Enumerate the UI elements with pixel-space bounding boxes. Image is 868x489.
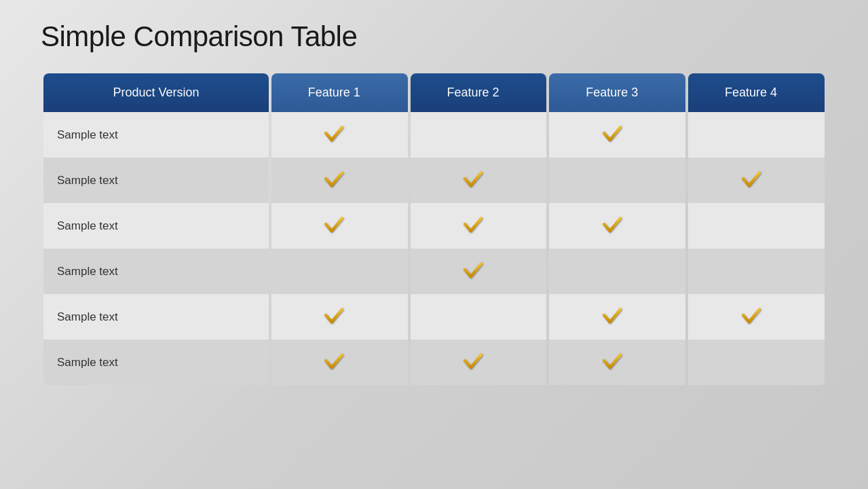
checkmark-icon bbox=[601, 349, 624, 372]
cell-row2-col0 bbox=[271, 203, 408, 249]
cell-row4-col1 bbox=[411, 294, 547, 340]
table-row: Sample text bbox=[43, 340, 825, 385]
cell-row5-col3 bbox=[688, 340, 825, 385]
checkmark-icon bbox=[461, 167, 485, 190]
table-row: Sample text bbox=[43, 158, 825, 203]
checkmark-icon bbox=[740, 167, 763, 190]
cell-row3-col1 bbox=[411, 249, 547, 294]
cell-row1-col2 bbox=[549, 158, 685, 203]
col-header-feature2: Feature 2 bbox=[411, 73, 547, 112]
checkmark-icon bbox=[601, 122, 624, 145]
checkmark-icon bbox=[322, 304, 345, 327]
table-wrapper: Product Version Feature 1 Feature 2 Feat… bbox=[41, 73, 827, 385]
cell-row0-col0 bbox=[271, 112, 408, 158]
row-label: Sample text bbox=[43, 340, 269, 385]
page-title: Simple Comparison Table bbox=[41, 20, 827, 53]
checkmark-icon bbox=[461, 213, 485, 236]
cell-row3-col2 bbox=[549, 249, 685, 294]
row-label: Sample text bbox=[43, 249, 269, 294]
row-label: Sample text bbox=[43, 203, 269, 249]
table-row: Sample text bbox=[43, 112, 825, 158]
cell-row0-col2 bbox=[549, 112, 685, 158]
cell-row5-col1 bbox=[411, 340, 547, 385]
cell-row5-col2 bbox=[549, 340, 685, 385]
cell-row0-col1 bbox=[411, 112, 547, 158]
col-header-product: Product Version bbox=[43, 73, 269, 112]
checkmark-icon bbox=[322, 213, 345, 236]
table-row: Sample text bbox=[43, 294, 825, 340]
col-header-feature1: Feature 1 bbox=[271, 73, 408, 112]
checkmark-icon bbox=[322, 349, 345, 372]
cell-row2-col2 bbox=[549, 203, 685, 249]
cell-row2-col3 bbox=[688, 203, 825, 249]
cell-row1-col3 bbox=[688, 158, 825, 203]
cell-row4-col0 bbox=[271, 294, 408, 340]
cell-row1-col1 bbox=[411, 158, 547, 203]
table-row: Sample text bbox=[43, 203, 825, 249]
cell-row4-col2 bbox=[549, 294, 685, 340]
comparison-table: Product Version Feature 1 Feature 2 Feat… bbox=[41, 73, 827, 385]
checkmark-icon bbox=[461, 258, 485, 281]
checkmark-icon bbox=[601, 304, 624, 327]
cell-row2-col1 bbox=[411, 203, 547, 249]
checkmark-icon bbox=[322, 167, 345, 190]
cell-row0-col3 bbox=[688, 112, 825, 158]
row-label: Sample text bbox=[43, 158, 269, 203]
table-row: Sample text bbox=[43, 249, 825, 294]
cell-row3-col3 bbox=[688, 249, 825, 294]
table-header-row: Product Version Feature 1 Feature 2 Feat… bbox=[43, 73, 825, 112]
checkmark-icon bbox=[322, 122, 345, 145]
checkmark-icon bbox=[461, 349, 485, 372]
row-label: Sample text bbox=[43, 294, 269, 340]
row-label: Sample text bbox=[43, 112, 269, 158]
cell-row5-col0 bbox=[271, 340, 408, 385]
cell-row1-col0 bbox=[271, 158, 408, 203]
cell-row3-col0 bbox=[271, 249, 408, 294]
col-header-feature3: Feature 3 bbox=[549, 73, 685, 112]
col-header-feature4: Feature 4 bbox=[688, 73, 825, 112]
cell-row4-col3 bbox=[688, 294, 825, 340]
checkmark-icon bbox=[601, 213, 624, 236]
checkmark-icon bbox=[740, 304, 763, 327]
